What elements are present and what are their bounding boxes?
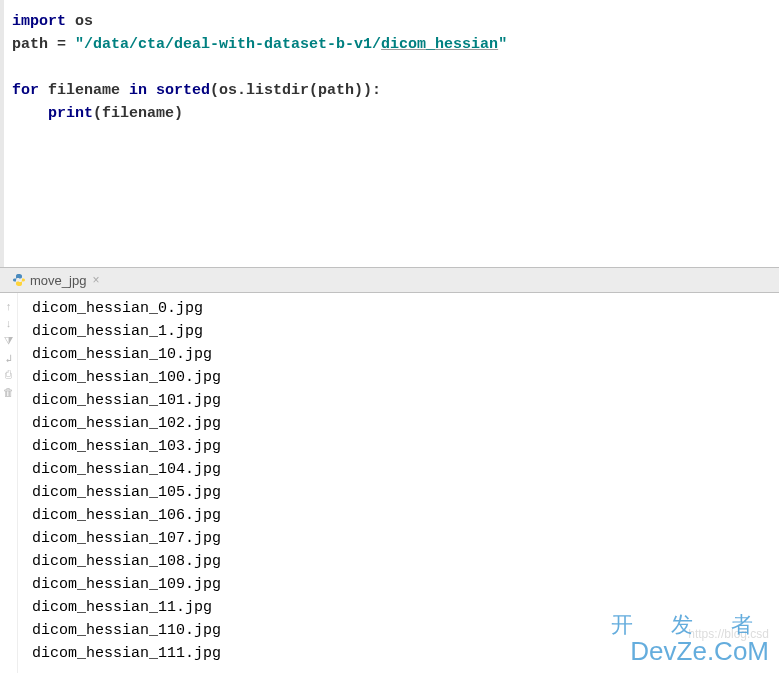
string-suffix: dicom_hessian — [381, 36, 498, 53]
var-path: path — [12, 36, 57, 53]
indent — [12, 105, 48, 122]
arrow-down-icon[interactable]: ↓ — [2, 317, 16, 331]
output-line: dicom_hessian_100.jpg — [32, 366, 779, 389]
output-line: dicom_hessian_101.jpg — [32, 389, 779, 412]
output-line: dicom_hessian_11.jpg — [32, 596, 779, 619]
code-line-5[interactable]: print(filename) — [12, 102, 779, 125]
output-line: dicom_hessian_102.jpg — [32, 412, 779, 435]
builtin-sorted: sorted — [147, 82, 210, 99]
arrow-up-icon[interactable]: ↑ — [2, 300, 16, 314]
keyword-import: import — [12, 13, 66, 30]
output-pane[interactable]: dicom_hessian_0.jpg dicom_hessian_1.jpg … — [18, 293, 779, 673]
module-os: os — [66, 13, 93, 30]
output-line: dicom_hessian_10.jpg — [32, 343, 779, 366]
var-filename: filename — [39, 82, 129, 99]
output-line: dicom_hessian_111.jpg — [32, 642, 779, 665]
output-gutter: ↑ ↓ ⧩ ↲ ⎙ 🗑 — [0, 293, 18, 673]
output-container: ↑ ↓ ⧩ ↲ ⎙ 🗑 dicom_hessian_0.jpg dicom_he… — [0, 293, 779, 673]
code-line-4[interactable]: for filename in sorted(os.listdir(path))… — [12, 79, 779, 102]
op-assign: = — [57, 36, 75, 53]
code-line-3[interactable] — [12, 56, 779, 79]
output-line: dicom_hessian_1.jpg — [32, 320, 779, 343]
code-line-2[interactable]: path = "/data/cta/deal-with-dataset-b-v1… — [12, 33, 779, 56]
string-prefix: "/data/cta/deal-with-dataset-b-v1/ — [75, 36, 381, 53]
print-args: (filename) — [93, 105, 183, 122]
tab-move-jpg[interactable]: move_jpg × — [4, 268, 107, 292]
keyword-in: in — [129, 82, 147, 99]
call-rest: (os.listdir(path)): — [210, 82, 381, 99]
output-line: dicom_hessian_104.jpg — [32, 458, 779, 481]
tab-label: move_jpg — [30, 273, 86, 288]
output-line: dicom_hessian_106.jpg — [32, 504, 779, 527]
string-quote: " — [498, 36, 507, 53]
output-line: dicom_hessian_108.jpg — [32, 550, 779, 573]
output-tab-bar: move_jpg × — [0, 267, 779, 293]
filter-icon[interactable]: ⧩ — [2, 334, 16, 348]
output-line: dicom_hessian_107.jpg — [32, 527, 779, 550]
output-line: dicom_hessian_110.jpg — [32, 619, 779, 642]
close-icon[interactable]: × — [92, 273, 99, 287]
output-line: dicom_hessian_0.jpg — [32, 297, 779, 320]
builtin-print: print — [48, 105, 93, 122]
python-file-icon — [12, 273, 26, 287]
keyword-for: for — [12, 82, 39, 99]
trash-icon[interactable]: 🗑 — [2, 385, 16, 399]
wrap-icon[interactable]: ↲ — [2, 351, 16, 365]
code-line-1[interactable]: import os — [12, 10, 779, 33]
code-editor[interactable]: import os path = "/data/cta/deal-with-da… — [0, 0, 779, 267]
output-line: dicom_hessian_109.jpg — [32, 573, 779, 596]
print-icon[interactable]: ⎙ — [2, 368, 16, 382]
output-line: dicom_hessian_103.jpg — [32, 435, 779, 458]
output-line: dicom_hessian_105.jpg — [32, 481, 779, 504]
